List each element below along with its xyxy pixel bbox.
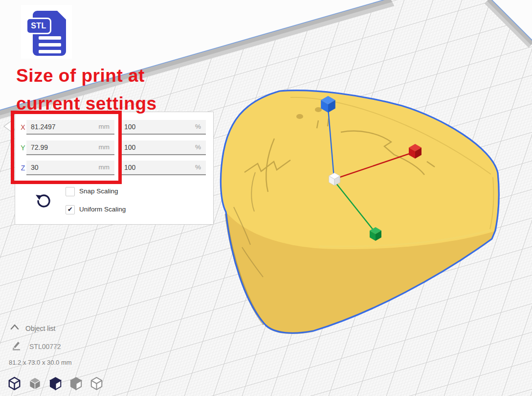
annotation-line2: current settings	[16, 90, 157, 117]
scale-row-y: Y mm %	[15, 140, 213, 155]
annotation-line1: Size of print at	[16, 62, 157, 90]
axis-label-y: Y	[19, 140, 27, 155]
view-3d-button[interactable]	[7, 376, 22, 391]
x-size-input[interactable]	[26, 120, 114, 135]
z-percent-input[interactable]	[120, 161, 206, 175]
uniform-scaling-label: Uniform Scaling	[79, 205, 126, 214]
cube-solid-icon	[27, 376, 43, 391]
z-size-input[interactable]	[26, 161, 114, 175]
object-list-item[interactable]: STL00772	[29, 343, 61, 350]
view-right-button[interactable]	[89, 376, 104, 391]
object-list-header[interactable]: Object list	[25, 325, 55, 332]
cube-left-face-icon	[68, 376, 84, 391]
camera-view-toolbar	[7, 376, 104, 391]
view-front-button[interactable]	[27, 376, 43, 391]
reset-rotate-ccw-icon	[35, 192, 51, 209]
scale-row-x: X mm %	[15, 120, 213, 135]
panel-pointer-notch	[2, 119, 13, 134]
y-percent-input[interactable]	[120, 140, 206, 155]
snap-scaling-checkbox[interactable]	[66, 187, 75, 196]
cura-viewport-window: STL Size of print at current settings X …	[0, 0, 532, 396]
snap-scaling-label: Snap Scaling	[79, 186, 118, 196]
cube-open-front-icon	[48, 376, 63, 391]
scale-row-z: Z mm %	[15, 161, 213, 175]
view-left-button[interactable]	[68, 376, 84, 391]
x-percent-input[interactable]	[120, 120, 206, 135]
chevron-up-icon	[10, 323, 20, 331]
scale-tool-panel: X mm % Y mm % Z mm	[15, 112, 214, 225]
y-size-input[interactable]	[26, 140, 114, 155]
cube-outline-icon	[89, 376, 104, 391]
edit-pencil-icon	[12, 341, 22, 350]
reset-scale-button[interactable]	[35, 192, 51, 209]
uniform-scaling-checkbox[interactable]: ✔	[66, 205, 75, 214]
object-dimensions: 81.2 x 73.0 x 30.0 mm	[9, 359, 72, 366]
view-top-button[interactable]	[48, 376, 63, 391]
annotation-heading: Size of print at current settings	[16, 62, 157, 117]
axis-label-z: Z	[19, 161, 27, 175]
checkmark-icon: ✔	[67, 206, 73, 213]
object-list-collapse-button[interactable]	[10, 323, 20, 331]
stl-file-icon: STL	[21, 5, 72, 59]
cube-wireframe-icon	[7, 376, 22, 391]
stl-badge-label: STL	[26, 18, 51, 34]
axis-label-x: X	[19, 120, 27, 135]
